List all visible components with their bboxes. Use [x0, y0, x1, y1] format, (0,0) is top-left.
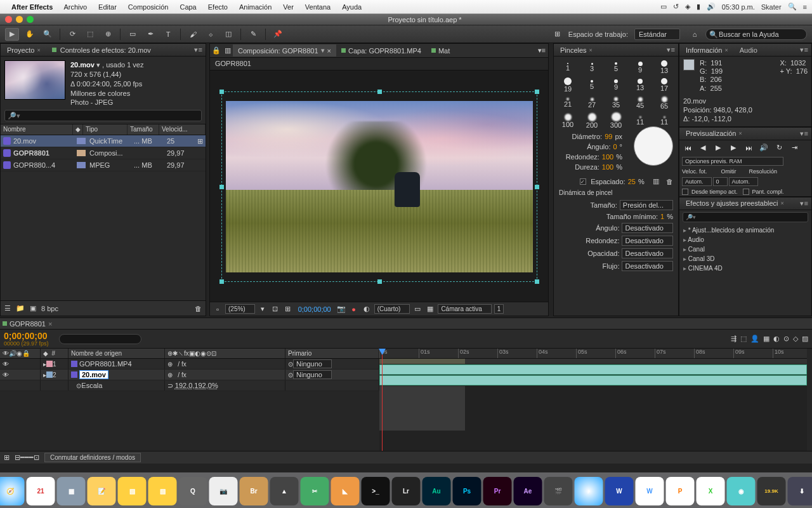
loop-button[interactable]: ↻ [773, 143, 785, 153]
shy-icon[interactable]: 👤 [750, 335, 759, 343]
close-button[interactable] [5, 16, 12, 23]
photo-booth-icon[interactable]: 📷 [209, 477, 238, 505]
layer-property-row[interactable]: ⊙ Escala ⊃ 192,0,192,0% [0, 380, 379, 391]
brush-tool[interactable]: 🖌 [186, 28, 200, 41]
interpret-icon[interactable]: ☰ [4, 304, 11, 312]
brush-dynamic-dropdown[interactable]: Desactivado [622, 223, 673, 233]
itunes-icon[interactable]: ♪ [575, 477, 603, 505]
col-type[interactable]: Tipo [83, 124, 128, 135]
brush-preset[interactable]: 1 [556, 59, 579, 76]
zoom-button[interactable] [27, 16, 34, 23]
menu-editar[interactable]: Editar [94, 3, 121, 11]
quality-dropdown[interactable]: (Cuarto) [374, 304, 410, 314]
grid-icon[interactable]: ⊞ [283, 305, 293, 314]
volume-icon[interactable]: 🔊 [707, 3, 716, 11]
layer-bar-1[interactable] [379, 364, 807, 375]
brainiac-icon[interactable]: ⊙ [783, 335, 789, 343]
brush-preset[interactable]: 5 [605, 59, 627, 76]
audio-button[interactable]: 🔊 [758, 143, 769, 153]
quicktime-icon[interactable]: Q [179, 477, 207, 505]
last-frame-button[interactable]: ⏭ [743, 143, 754, 153]
menu-composicion[interactable]: Composición [124, 3, 173, 11]
preset-folder[interactable]: Canal 3D [679, 254, 811, 264]
sync-icon[interactable]: ↺ [673, 3, 679, 11]
framerate-dropdown[interactable]: Autom. [682, 177, 712, 186]
toggle-switches-button[interactable]: Conmutar definidores / modos [44, 453, 141, 462]
flow-icon[interactable]: ▥ [223, 46, 233, 55]
brush-preset[interactable]: 9 [605, 77, 627, 93]
comp-timecode[interactable]: 0;00;00;00 [298, 305, 331, 313]
word-icon[interactable]: W [605, 477, 634, 505]
timeline-layer-row[interactable]: 👁 ▸ 1GOPR8801.MP4⊕ / fx⊙ Ninguno [0, 359, 379, 370]
channels-icon[interactable]: ● [349, 305, 359, 314]
project-item[interactable]: 20.movQuickTime... MB25⊞ [1, 135, 206, 147]
brush-preset[interactable]: 300 [605, 112, 627, 129]
mag-icon[interactable]: ▫ [213, 305, 223, 314]
lock-icon[interactable]: 🔒 [210, 46, 223, 55]
bridge-icon[interactable]: Br [240, 477, 268, 505]
res-icon[interactable]: ▾ [258, 305, 268, 314]
lightroom-icon[interactable]: Lr [392, 477, 421, 505]
col-label[interactable]: ◆ [73, 124, 83, 135]
safari-icon[interactable]: 🧭 [0, 477, 25, 505]
clone-tool[interactable]: ⟐ [204, 28, 218, 41]
notifications-icon[interactable]: ≡ [803, 3, 807, 11]
timeline-ruler[interactable]: 0s01s02s03s04s05s06s07s08s09s10s [379, 349, 807, 359]
rotate-tool[interactable]: ⟳ [65, 28, 79, 41]
comp-viewport[interactable] [210, 72, 548, 302]
rect-tool[interactable]: ▭ [126, 28, 140, 41]
workspace-dropdown[interactable]: Estándar [634, 29, 680, 40]
brush-preset[interactable]: 13 [653, 59, 676, 76]
x-icon[interactable]: X [697, 477, 725, 505]
timeline-search[interactable] [59, 334, 141, 344]
timeline-tracks[interactable]: 0s01s02s03s04s05s06s07s08s09s10s [379, 349, 807, 451]
project-tab[interactable]: Proyecto× [3, 45, 44, 55]
user-name[interactable]: Skater [761, 3, 782, 11]
from-current-checkbox[interactable] [682, 189, 688, 195]
project-item[interactable]: GOPR880...4MPEG... MB29,97 [1, 159, 206, 171]
preset-folder[interactable]: Audio [679, 235, 811, 244]
expand-icon[interactable]: ⊞ [4, 453, 10, 462]
stickies2-icon[interactable]: ▧ [148, 477, 177, 505]
camera-tool[interactable]: ⬚ [83, 28, 97, 41]
calendar-icon[interactable]: 21 [27, 477, 55, 505]
transparency-icon[interactable]: ▦ [425, 305, 435, 314]
new-comp-icon[interactable]: ▣ [30, 304, 36, 312]
scale-value[interactable]: 192,0,192,0% [175, 382, 218, 389]
skip-dropdown[interactable]: 0 [713, 177, 728, 186]
pan-behind-tool[interactable]: ⊕ [101, 28, 115, 41]
home-icon[interactable]: ⌂ [688, 28, 702, 41]
views-dropdown[interactable]: 1 [494, 304, 504, 314]
brush-dynamic-dropdown[interactable]: Desactivado [622, 236, 673, 246]
brush-preset[interactable]: 21 [556, 95, 579, 111]
clock[interactable]: 05:30 p.m. [722, 3, 755, 11]
minimize-button[interactable] [16, 16, 23, 23]
menu-capa[interactable]: Capa [175, 3, 200, 11]
fullscreen-checkbox[interactable] [743, 189, 749, 195]
brush-preset[interactable]: 3 [580, 59, 603, 76]
info-tab[interactable]: Información× [682, 45, 732, 55]
selection-tool[interactable]: ▶ [5, 28, 19, 41]
audition-icon[interactable]: Au [422, 477, 451, 505]
brush-preset[interactable]: 19 [556, 77, 579, 93]
comp-mini-flowchart-icon[interactable]: ⇶ [731, 335, 737, 343]
resolution-dropdown[interactable]: Autom. [729, 177, 759, 186]
menu-ver[interactable]: Ver [278, 3, 298, 11]
frame-blend-icon[interactable]: ▦ [763, 335, 769, 343]
brush-preset[interactable]: 35 [605, 95, 627, 111]
activity-icon[interactable]: 19.9K [757, 477, 786, 505]
brushes-tab[interactable]: Pinceles× [556, 45, 596, 55]
project-search[interactable]: 🔎▾ [4, 110, 202, 121]
col-size[interactable]: Tamaño [128, 124, 159, 135]
zoom-dropdown[interactable]: (25%) [225, 304, 255, 314]
panel-menu-icon[interactable]: ▾≡ [194, 46, 203, 54]
safe-icon[interactable]: ⊡ [270, 305, 280, 314]
layer-bar-2[interactable] [379, 375, 807, 385]
spacing-checkbox[interactable] [580, 178, 586, 185]
photoshop-icon[interactable]: Ps [453, 477, 481, 505]
draft-3d-icon[interactable]: ⬚ [740, 335, 747, 343]
ram-preview-button[interactable]: ⇥ [789, 143, 800, 153]
panel-menu-icon[interactable]: ▾≡ [800, 130, 809, 138]
battery-icon[interactable]: ▮ [697, 3, 700, 11]
brush-dynamic-dropdown[interactable]: Desactivado [622, 261, 673, 271]
